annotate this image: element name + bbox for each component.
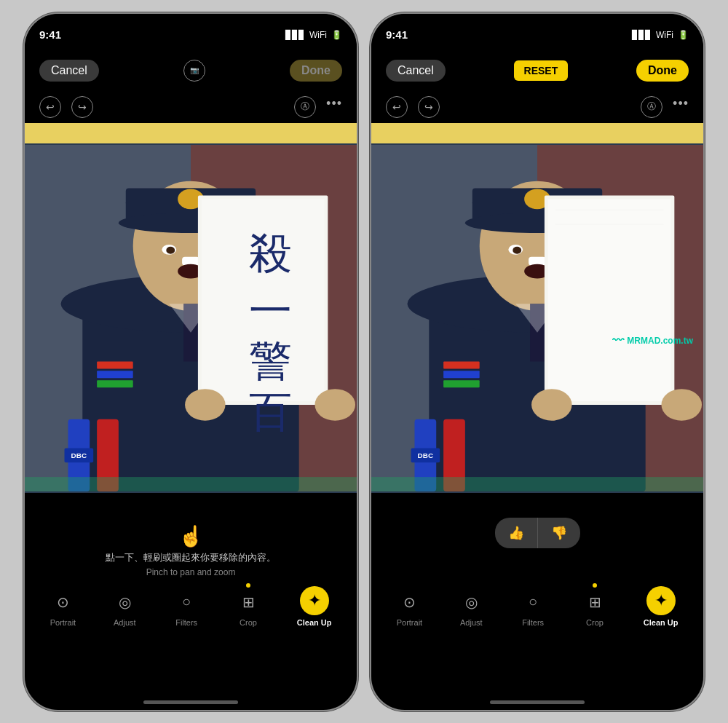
filters-label-right: Filters bbox=[522, 618, 544, 627]
adjust-icon-right: ◎ bbox=[458, 589, 484, 615]
watermark-logo-icon: 〰 bbox=[612, 334, 624, 347]
time-left: 9:41 bbox=[39, 28, 61, 41]
tool-crop-wrapper-right: ⊞ Crop bbox=[582, 589, 608, 627]
thumbs-up-button[interactable]: 👍 bbox=[495, 518, 538, 548]
top-bar-left: Cancel 📷 Done bbox=[25, 50, 357, 91]
home-indicator-left bbox=[143, 700, 238, 704]
hint-en-text: Pinch to pan and zoom bbox=[146, 567, 236, 577]
photo-scene-left: 殺 一 警 百 DBC bbox=[25, 143, 357, 493]
cleanup-icon-active-left: ✦ bbox=[300, 586, 329, 615]
filters-icon-right: ○ bbox=[520, 589, 546, 615]
svg-rect-67 bbox=[371, 477, 703, 491]
adjust-label-left: Adjust bbox=[114, 618, 136, 627]
svg-rect-20 bbox=[97, 371, 133, 378]
svg-text:一: 一 bbox=[249, 286, 292, 334]
svg-text:百: 百 bbox=[249, 387, 292, 435]
wifi-icon-right: WiFi bbox=[656, 30, 673, 40]
bottom-area-left: ☝️ 點一下、輕刷或圈起來你要移除的內容。 Pinch to pan and z… bbox=[25, 493, 357, 639]
undo-icon-right[interactable]: ↩ bbox=[386, 96, 408, 118]
portrait-icon-left: ⊙ bbox=[50, 589, 76, 615]
photo-scene-right: DBC bbox=[371, 143, 703, 493]
yellow-stripe-right bbox=[371, 123, 703, 143]
left-phone: 9:41 ▊▊▊ WiFi 🔋 Cancel 📷 Done ↩ ↪ bbox=[23, 12, 358, 711]
icon-bar-left: ↩ ↪ Ⓐ ••• bbox=[25, 91, 357, 123]
crop-label-right: Crop bbox=[586, 618, 604, 627]
photo-area-right: DBC 〰 MRMAD.com.tw bbox=[371, 143, 703, 493]
yellow-stripe-left bbox=[25, 123, 357, 143]
svg-text:警: 警 bbox=[249, 337, 292, 385]
photo-area-left: 殺 一 警 百 DBC bbox=[25, 143, 357, 493]
thumbs-down-button[interactable]: 👎 bbox=[538, 518, 580, 548]
portrait-label-right: Portrait bbox=[397, 618, 422, 627]
svg-rect-19 bbox=[97, 361, 133, 368]
cancel-button-left[interactable]: Cancel bbox=[39, 60, 99, 82]
tool-filters-right[interactable]: ○ Filters bbox=[520, 589, 546, 627]
tool-adjust-left[interactable]: ◎ Adjust bbox=[111, 589, 138, 627]
tool-portrait-right[interactable]: ⊙ Portrait bbox=[396, 589, 422, 627]
crop-icon-right: ⊞ bbox=[582, 589, 608, 615]
markup-icon-left[interactable]: Ⓐ bbox=[294, 96, 316, 118]
svg-point-62 bbox=[662, 389, 703, 421]
tool-crop-right[interactable]: ⊞ Crop bbox=[582, 589, 608, 627]
more-icon-right[interactable]: ••• bbox=[673, 96, 689, 118]
crop-dot-left bbox=[246, 583, 250, 588]
hint-area-left: ☝️ 點一下、輕刷或圈起來你要移除的內容。 Pinch to pan and z… bbox=[106, 524, 276, 577]
redo-icon-right[interactable]: ↪ bbox=[418, 96, 440, 118]
crop-dot-right bbox=[593, 583, 597, 588]
toolbar-right: ⊙ Portrait ◎ Adjust ○ Filters ⊞ bbox=[371, 586, 703, 627]
camera-icon-left: 📷 bbox=[183, 60, 205, 82]
crop-label-left: Crop bbox=[240, 618, 257, 627]
done-button-right[interactable]: Done bbox=[636, 60, 689, 82]
redo-icon-left[interactable]: ↪ bbox=[71, 96, 93, 118]
portrait-icon-right: ⊙ bbox=[396, 589, 422, 615]
adjust-label-right: Adjust bbox=[460, 618, 483, 627]
cleanup-label-right: Clean Up bbox=[644, 618, 678, 627]
crop-icon-left: ⊞ bbox=[235, 589, 261, 615]
bottom-area-right: 👍 👎 ⊙ Portrait ◎ Adjust ○ Filters bbox=[371, 493, 703, 639]
home-indicator-right bbox=[490, 700, 585, 704]
hint-cn-text: 點一下、輕刷或圈起來你要移除的內容。 bbox=[106, 551, 276, 564]
svg-point-13 bbox=[166, 246, 175, 253]
cleanup-icon-active-right: ✦ bbox=[646, 586, 676, 615]
reset-button-right[interactable]: RESET bbox=[514, 60, 569, 81]
tool-cleanup-left[interactable]: ✦ Clean Up bbox=[297, 586, 332, 627]
tool-portrait-left[interactable]: ⊙ Portrait bbox=[50, 589, 76, 627]
undo-icon-left[interactable]: ↩ bbox=[39, 96, 61, 118]
tool-adjust-right[interactable]: ◎ Adjust bbox=[458, 589, 484, 627]
tool-crop-wrapper-left: ⊞ Crop bbox=[235, 589, 261, 627]
tool-filters-left[interactable]: ○ Filters bbox=[173, 589, 199, 627]
tool-cleanup-right[interactable]: ✦ Clean Up bbox=[644, 586, 678, 627]
svg-rect-34 bbox=[25, 477, 357, 491]
markup-icon-right[interactable]: Ⓐ bbox=[641, 96, 662, 118]
more-icon-left[interactable]: ••• bbox=[326, 96, 342, 118]
svg-point-48 bbox=[513, 246, 521, 253]
svg-rect-55 bbox=[443, 371, 480, 378]
svg-rect-56 bbox=[443, 380, 480, 387]
svg-text:DBC: DBC bbox=[71, 451, 87, 459]
filters-label-left: Filters bbox=[175, 618, 197, 627]
watermark-right: 〰 MRMAD.com.tw bbox=[612, 334, 693, 347]
svg-rect-21 bbox=[97, 380, 133, 387]
thumbs-area-right: 👍 👎 bbox=[495, 518, 580, 548]
right-phone: 9:41 ▊▊▊ WiFi 🔋 Cancel RESET Done ↩ ↪ bbox=[370, 12, 705, 711]
status-icons-left: ▊▊▊ WiFi 🔋 bbox=[285, 30, 342, 40]
signal-icon-right: ▊▊▊ bbox=[632, 30, 652, 40]
cleanup-label-left: Clean Up bbox=[297, 618, 332, 627]
tool-crop-left[interactable]: ⊞ Crop bbox=[235, 589, 261, 627]
adjust-icon-left: ◎ bbox=[111, 589, 138, 615]
cancel-button-right[interactable]: Cancel bbox=[386, 60, 446, 82]
portrait-label-left: Portrait bbox=[50, 618, 76, 627]
svg-text:殺: 殺 bbox=[249, 229, 292, 277]
svg-rect-58 bbox=[548, 199, 671, 401]
svg-point-29 bbox=[315, 389, 356, 421]
svg-rect-54 bbox=[443, 361, 480, 368]
top-bar-right: Cancel RESET Done bbox=[371, 50, 703, 91]
svg-text:DBC: DBC bbox=[418, 451, 433, 459]
signal-icon: ▊▊▊ bbox=[285, 30, 305, 40]
battery-icon-right: 🔋 bbox=[678, 30, 689, 40]
time-right: 9:41 bbox=[386, 28, 408, 41]
done-button-left[interactable]: Done bbox=[290, 60, 342, 82]
phones-container: 9:41 ▊▊▊ WiFi 🔋 Cancel 📷 Done ↩ ↪ bbox=[23, 12, 705, 711]
status-icons-right: ▊▊▊ WiFi 🔋 bbox=[632, 30, 689, 40]
toolbar-left: ⊙ Portrait ◎ Adjust ○ Filters ⊞ bbox=[25, 586, 357, 627]
